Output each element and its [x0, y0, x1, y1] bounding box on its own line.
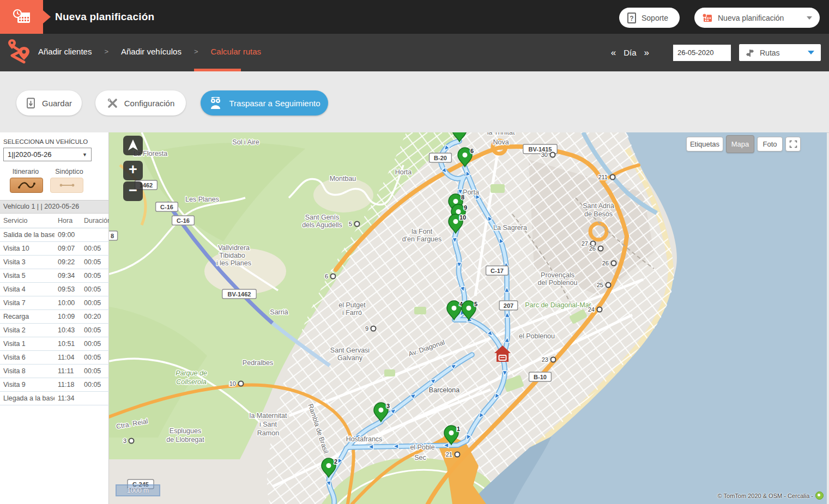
- map-place-label: de Llobregat: [166, 436, 204, 444]
- wave-icon: [17, 181, 37, 190]
- exit-circle: [455, 452, 460, 457]
- svg-text:8: 8: [461, 194, 464, 201]
- map-place-label: Sant Gervasi: [330, 347, 370, 354]
- svg-text:3: 3: [386, 403, 390, 409]
- step-calc-routes[interactable]: Calcular rutas: [210, 47, 261, 56]
- view-toggle-group: [10, 178, 108, 193]
- vehicle-table-title: Vehículo 1 | | 2020-05-26: [0, 200, 108, 214]
- svg-text:27: 27: [582, 240, 588, 247]
- map-view-button[interactable]: Mapa: [726, 135, 754, 153]
- fullscreen-button[interactable]: [785, 137, 801, 151]
- step-add-vehicles[interactable]: Añadir vehículos: [121, 47, 181, 56]
- itinerary-row[interactable]: Recarga10:0900:20: [0, 310, 112, 324]
- road-shield: 207: [499, 301, 518, 310]
- itinerary-header-row: Servicio Hora Duración: [0, 214, 112, 228]
- road-shield: B-20: [429, 153, 452, 162]
- zoom-out-button[interactable]: −: [123, 181, 143, 201]
- road-shield: BV-1462: [222, 289, 256, 299]
- synoptic-toggle-button[interactable]: [50, 178, 83, 193]
- synoptic-label: Sinóptico: [51, 168, 87, 175]
- step-nav-bar: Añadir clientes > Añadir vehículos > Cal…: [0, 34, 829, 71]
- svg-text:207: 207: [504, 302, 513, 309]
- map-place-label: la Trinitat: [487, 132, 515, 136]
- itinerary-row[interactable]: Visita 911:1800:05: [0, 378, 112, 392]
- step-add-clients[interactable]: Añadir clientes: [38, 47, 92, 56]
- itinerary-label: Itinerario: [8, 168, 44, 175]
- itinerary-row[interactable]: Visita 611:0400:05: [0, 351, 112, 365]
- period-label: Día: [624, 48, 636, 57]
- svg-text:2: 2: [334, 458, 337, 465]
- map-place-label: Nova: [493, 138, 509, 146]
- itinerary-row[interactable]: Visita 710:0000:05: [0, 296, 112, 310]
- exit-circle: [371, 326, 376, 331]
- settings-button[interactable]: Configuración: [95, 90, 186, 116]
- map-canvas[interactable]: La FlorestaSol i AireLes PlanesSant Gení…: [109, 132, 827, 504]
- itinerary-row[interactable]: Visita 811:1100:05: [0, 365, 112, 378]
- north-arrow-icon: [123, 136, 143, 155]
- map-place-label: Collserola: [176, 378, 207, 386]
- map-scale-bar: 1000 m: [116, 484, 160, 496]
- routes-dropdown[interactable]: Rutas: [739, 44, 821, 61]
- labels-toggle-button[interactable]: Etiquetas: [686, 137, 723, 151]
- svg-text:8: 8: [111, 233, 114, 239]
- top-header: Nueva planificación ? Soporte Nueva plan…: [0, 0, 829, 34]
- prev-day-button[interactable]: «: [609, 47, 618, 58]
- binoculars-person-icon: [208, 97, 223, 109]
- itinerary-row[interactable]: Llegada a la base11:34: [0, 392, 112, 405]
- svg-text:5: 5: [474, 301, 477, 307]
- exit-circle: [331, 274, 336, 279]
- itinerary-row[interactable]: Salida de la base09:00: [0, 228, 112, 242]
- svg-text:C-16: C-16: [160, 204, 173, 210]
- support-button[interactable]: ? Soporte: [619, 8, 680, 28]
- vehicle-select-label: SELECCIONA UN VEHÍCULO: [3, 138, 108, 145]
- map-place-label: Ramon: [257, 429, 279, 437]
- road-shield: C-17: [486, 266, 509, 275]
- transfer-to-tracking-button[interactable]: Traspasar a Seguimiento: [201, 90, 328, 116]
- exit-circle: [612, 261, 616, 266]
- map-place-label: i Farró: [342, 309, 362, 317]
- svg-text:24: 24: [588, 306, 595, 313]
- road-shield: C-16: [156, 202, 178, 211]
- svg-text:26: 26: [589, 245, 596, 252]
- map-place-label: Parque de: [176, 369, 207, 377]
- new-planning-dropdown[interactable]: Nueva planificación: [694, 8, 820, 28]
- exit-circle: [129, 439, 134, 444]
- itinerary-row[interactable]: Visita 1009:0700:05: [0, 242, 112, 256]
- map-place-label: Sant Genís: [305, 214, 340, 221]
- exit-circle: [550, 153, 555, 157]
- date-controls: « Día » Rutas: [609, 34, 821, 71]
- breadcrumb-separator: >: [194, 47, 198, 56]
- date-input[interactable]: [673, 45, 731, 61]
- itinerary-toggle-button[interactable]: [10, 178, 43, 193]
- exit-circle: [239, 381, 244, 386]
- next-day-button[interactable]: »: [643, 47, 651, 58]
- calendar-clock-icon: [12, 9, 32, 25]
- map-place-label: Horta: [395, 168, 412, 176]
- svg-text:C-17: C-17: [491, 268, 504, 274]
- map-place-label: i les Planes: [216, 259, 251, 267]
- svg-text:B-20: B-20: [434, 155, 447, 161]
- col-hora: Hora: [55, 214, 81, 228]
- compass-button[interactable]: [123, 136, 143, 155]
- itinerary-row[interactable]: Visita 309:2200:05: [0, 256, 112, 269]
- help-doc-icon: ?: [627, 13, 636, 23]
- photo-view-button[interactable]: Foto: [757, 137, 783, 151]
- map-place-label: dels Agudells: [302, 221, 342, 229]
- itinerary-row[interactable]: Visita 110:5100:05: [0, 337, 112, 351]
- chevron-down-icon: [807, 16, 812, 20]
- map-place-label: Pedralbes: [243, 359, 273, 367]
- map-place-label: i Sant: [259, 421, 277, 428]
- map-place-label: el Poblenou: [519, 332, 555, 340]
- itinerary-row[interactable]: Visita 509:3400:05: [0, 269, 112, 283]
- map-place-label: Tibidabo: [219, 252, 245, 259]
- map-place-label: el Putget: [338, 301, 366, 309]
- exit-circle: [610, 175, 615, 180]
- save-button[interactable]: Guardar: [16, 90, 82, 116]
- save-doc-icon: [26, 98, 36, 109]
- itinerary-row[interactable]: Visita 409:5300:05: [0, 283, 112, 296]
- itinerary-row[interactable]: Visita 210:4300:05: [0, 324, 112, 337]
- svg-text:6: 6: [325, 273, 328, 280]
- vehicle-sidebar: SELECCIONA UN VEHÍCULO 1||2020-05-26 ▼ I…: [0, 132, 109, 504]
- zoom-in-button[interactable]: +: [123, 161, 143, 180]
- vehicle-select[interactable]: 1||2020-05-26 ▼: [3, 148, 92, 161]
